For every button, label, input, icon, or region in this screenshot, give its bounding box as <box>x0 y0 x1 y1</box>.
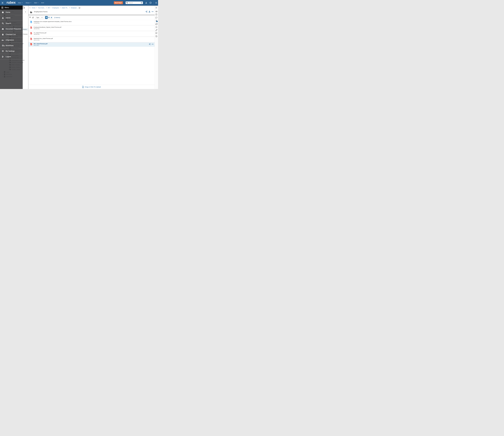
upload-icon[interactable] <box>148 11 151 13</box>
list-view-button[interactable] <box>45 16 48 19</box>
menu-header: Menu <box>0 6 23 9</box>
sidebar-item-label: Home <box>6 11 10 13</box>
breadcrumb-item[interactable]: Employm... <box>71 7 78 9</box>
more-menu-icon[interactable] <box>41 2 44 3</box>
sidebar-item-label: Document Requests <box>6 28 21 30</box>
breadcrumb-item[interactable]: Home <box>32 7 35 9</box>
file-row[interactable]: Wemployee-non-compete-agreement-template… <box>28 20 155 26</box>
search-settings-gear-icon[interactable]: ⚙ <box>141 2 142 4</box>
file-row-actions <box>149 43 153 45</box>
chevron-right-icon <box>60 7 61 8</box>
sort-icon[interactable] <box>32 17 34 18</box>
navbar-menu-new[interactable]: New <box>18 2 23 4</box>
folder-title-row: Employment Forms <box>30 10 47 13</box>
back-icon[interactable] <box>29 7 31 9</box>
sidebar-item-admin[interactable]: Admin <box>0 15 23 21</box>
edit-breadcrumb-icon[interactable] <box>79 7 81 9</box>
download-icon[interactable] <box>145 2 147 4</box>
sidebar-item-workflows[interactable]: ⚙⚙Workflows <box>0 43 23 48</box>
breadcrumb-item[interactable]: Employees <box>52 7 59 9</box>
view-toggle-group <box>45 16 53 19</box>
file-size: 90.21 KB | <box>34 45 39 46</box>
expand-icon[interactable] <box>155 7 157 9</box>
admin-icon <box>0 17 6 19</box>
inbox-icon <box>0 28 6 30</box>
upload-dropzone[interactable]: Drag or Click To Upload <box>28 85 155 89</box>
sort-by-value: Type <box>36 17 39 18</box>
sidebar-item-search[interactable]: Search <box>0 21 23 26</box>
chevron-down-icon <box>41 17 43 18</box>
items-count: (5 items) <box>54 17 60 18</box>
sidebar-item-logout[interactable]: Logout <box>0 54 23 59</box>
ellipsis-icon[interactable] <box>152 11 153 13</box>
top-navbar: rubex NewShareEdit Need Help? ⚙ ? <box>0 0 158 6</box>
chevron-down-icon <box>37 2 38 3</box>
retention-calendar-icon[interactable] <box>155 23 157 25</box>
logout-icon <box>0 56 6 58</box>
sidebar-item-checked-out[interactable]: Checked Out <box>0 32 23 37</box>
folder-actions <box>145 11 153 13</box>
hamburger-icon[interactable] <box>0 7 5 9</box>
header-divider <box>28 15 155 15</box>
sidebar-item-my-settings[interactable]: ⚙My Settings <box>0 48 23 54</box>
share-icon[interactable] <box>149 43 151 45</box>
grid-view-button[interactable] <box>48 16 50 19</box>
page-title: Employment Forms <box>34 11 47 13</box>
file-name: EmployeeHandbook_Signed_AdamThomas.pdf <box>34 27 61 28</box>
breadcrumb-row: HomeYour Com...HREmployeesAdam Th...Empl… <box>28 7 155 9</box>
chevron-right-icon <box>51 7 52 8</box>
file-row[interactable]: NewHireForm_AdamThomas.pdf438.14 KB | <box>28 37 155 42</box>
rail-divider <box>155 9 158 10</box>
file-row[interactable]: I-9_AdamThomas.pdf246.83 KB | <box>28 31 155 37</box>
navbar-menu-label: Share <box>26 2 30 4</box>
file-name: NewHireForm_AdamThomas.pdf <box>34 38 53 39</box>
sidebar-item-label: Admin <box>6 17 10 19</box>
close-icon[interactable] <box>0 0 5 6</box>
notification-badge: 1 <box>156 21 158 22</box>
right-tool-rail: 1 <box>155 6 158 89</box>
ellipsis-icon[interactable] <box>152 43 153 45</box>
menu-items: HomeAdminSearchDocument RequestsChecked … <box>0 9 23 89</box>
help-icon[interactable]: ? <box>150 2 152 4</box>
share-icon[interactable] <box>145 11 147 13</box>
sidebar-item-label: Workflows <box>6 45 14 46</box>
list-toolbar: Type (5 items) <box>28 15 155 20</box>
sidebar-item-home[interactable]: Home <box>0 9 23 15</box>
file-row-selected[interactable]: W4_AdamThomas.pdf90.21 KB | <box>28 42 155 47</box>
chevron-right-icon <box>36 7 37 8</box>
sort-by-dropdown[interactable]: Type <box>35 16 43 19</box>
sidebar-item-document-requests[interactable]: Document Requests <box>0 26 23 32</box>
history-icon[interactable] <box>155 35 157 37</box>
filter-icon[interactable] <box>29 17 31 18</box>
copy-icon[interactable] <box>155 32 157 34</box>
clipboard-icon[interactable] <box>155 13 157 15</box>
pdf-file-icon <box>30 43 32 45</box>
comment-icon[interactable] <box>155 17 157 19</box>
chevron-right-icon <box>69 7 70 8</box>
need-help-button[interactable]: Need Help? <box>114 1 123 4</box>
breadcrumb-item[interactable]: HR <box>48 7 50 9</box>
bell-icon[interactable] <box>155 26 157 28</box>
file-row[interactable]: EmployeeHandbook_Signed_AdamThomas.pdf24… <box>28 26 155 31</box>
rubex-logo[interactable]: rubex <box>7 0 16 4</box>
main-menu-overlay: Menu HomeAdminSearchDocument RequestsChe… <box>0 6 23 89</box>
breadcrumb-item[interactable]: Your Com... <box>38 7 45 9</box>
eye-icon[interactable] <box>155 10 157 12</box>
navbar-menu-edit[interactable]: Edit <box>34 2 38 4</box>
file-name: W4_AdamThomas.pdf <box>34 43 47 45</box>
detail-view-button[interactable] <box>50 16 53 19</box>
file-size: 246.83 KB | <box>34 28 40 29</box>
folder-icon <box>30 11 32 13</box>
rubex-app: rubex NewShareEdit Need Help? ⚙ ? Type t… <box>0 0 158 89</box>
navbar-menu-share[interactable]: Share <box>26 2 31 4</box>
sidebar-item-esignature[interactable]: eSignature <box>0 37 23 43</box>
sidebar-item-label: Checked Out <box>6 34 16 36</box>
file-size: 438.14 KB | <box>34 39 40 41</box>
key-icon[interactable] <box>155 29 157 31</box>
sidebar-item-label: My Settings <box>6 50 15 52</box>
checklist-icon[interactable] <box>155 2 157 4</box>
breadcrumb-item[interactable]: Adam Th... <box>62 7 68 9</box>
search-input[interactable] <box>128 2 140 4</box>
file-list: Wemployee-non-compete-agreement-template… <box>28 20 155 47</box>
upload-file-icon <box>82 86 84 88</box>
